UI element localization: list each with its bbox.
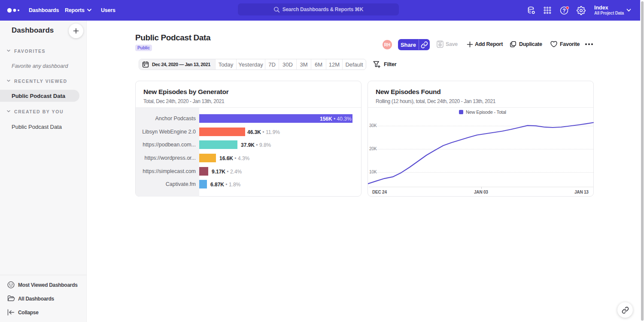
svg-text:?: ?	[562, 8, 565, 14]
